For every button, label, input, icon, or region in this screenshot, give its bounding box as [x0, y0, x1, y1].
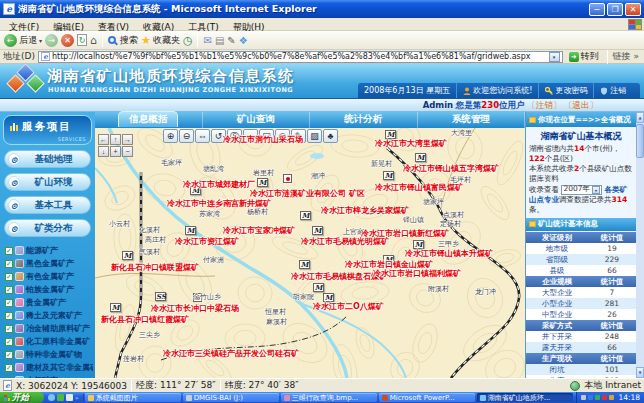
sidebar-button-矿类分布[interactable]: ⊙矿类分布 [4, 219, 91, 237]
pan-button[interactable]: ↑ [110, 134, 121, 145]
stop-button[interactable]: ✕ [61, 34, 74, 47]
sidebar-button-基本工具[interactable]: ⊙基本工具 [4, 196, 91, 214]
layer-item[interactable]: ✓贵金属矿产 [2, 296, 93, 309]
quick-launch-more-icon[interactable]: » [75, 394, 79, 401]
mine-marker: M [313, 283, 324, 292]
taskbar-button[interactable]: 系统截图图片 [85, 393, 181, 402]
tab-系统管理[interactable]: 系统管理 [418, 112, 526, 128]
menu-item[interactable]: 编辑(E) [46, 22, 91, 32]
maximize-button[interactable]: ❐ [607, 3, 623, 16]
taskbar-button[interactable]: Microsoft PowerP... [379, 393, 475, 402]
tray-app1-icon[interactable] [595, 395, 600, 400]
address-dropdown-icon[interactable]: ▾ [549, 52, 560, 62]
logout-text-link[interactable]: 〔注销〕 [527, 100, 561, 110]
sidebar-button-矿山环境[interactable]: ⊙矿山环境 [4, 173, 91, 191]
layer-item[interactable]: ✓黑色金属矿产 [2, 257, 93, 270]
layer-checkbox[interactable]: ✓ [5, 299, 13, 307]
mail-button[interactable]: ✉ [203, 34, 211, 47]
welcome-link[interactable]: 欢迎您访问系统! [457, 83, 539, 98]
back-dropdown-icon[interactable]: ▾ [39, 37, 42, 44]
pan-button[interactable]: ← [98, 134, 109, 145]
history-button[interactable]: ◷ [183, 34, 193, 47]
grid-icon [529, 221, 536, 227]
tray-app3-icon[interactable] [609, 395, 614, 400]
mine-marker: M [323, 293, 334, 302]
go-button[interactable]: ➜ 转到 [566, 50, 602, 63]
back-button[interactable]: ← 后退 ▾ [4, 34, 42, 47]
search-button[interactable]: 搜索 [108, 34, 138, 47]
edit-button[interactable]: ✎ [227, 34, 235, 47]
scroll-up-icon[interactable]: ▲ [636, 112, 644, 123]
exit-text-link[interactable]: 〔退出〕 [564, 100, 598, 110]
tab-信息概括[interactable]: 信息概括 [95, 112, 203, 128]
map-tool-zoom-in[interactable]: ⊕ [163, 129, 178, 143]
layer-item[interactable]: ✓能源矿产 [2, 244, 93, 257]
layer-checkbox[interactable]: ✓ [5, 260, 13, 268]
menu-item[interactable]: 帮助(H) [226, 22, 272, 32]
layer-checkbox[interactable]: ✓ [5, 351, 13, 359]
pan-button[interactable]: − [122, 146, 133, 157]
map-canvas[interactable]: ←↑→↓+− ⊕⊖⇔↺Ⓢ▭◱◎✎▨♣ MMMMMMMMMMMMMMMSS大湾里毛… [95, 128, 525, 378]
forward-button[interactable]: → [45, 34, 58, 47]
quick-launch-media-icon[interactable] [66, 394, 73, 401]
close-button[interactable]: ✕ [625, 3, 641, 16]
map-tool-legend[interactable]: ♣ [323, 129, 338, 143]
tray-display-icon[interactable] [588, 395, 593, 400]
menu-item[interactable]: 查看(V) [91, 22, 136, 32]
quick-launch-desktop-icon[interactable] [57, 394, 64, 401]
layer-checkbox[interactable]: ✓ [5, 338, 13, 346]
messenger-button[interactable]: ❖ [239, 34, 248, 47]
menu-item[interactable]: 工具(T) [181, 22, 226, 32]
layer-item[interactable]: ✓特种非金属矿物 [2, 348, 93, 361]
layer-item[interactable]: ✓有色金属矿产 [2, 270, 93, 283]
sidebar-button-基础地理[interactable]: ⊙基础地理 [4, 150, 91, 168]
map-tool-zoom-out[interactable]: ⊖ [179, 129, 194, 143]
pan-button[interactable]: ↓ [98, 146, 109, 157]
pan-button[interactable]: → [122, 134, 133, 145]
links-label[interactable]: 链接 » [613, 50, 641, 63]
layer-item[interactable]: ✓铂族金属矿产 [2, 283, 93, 296]
layer-item[interactable]: ✓冶金辅助原料矿产 [2, 322, 93, 335]
map-tool-clear[interactable]: ▨ [307, 129, 322, 143]
scroll-down-icon[interactable]: ▼ [636, 367, 644, 378]
vertical-scrollbar[interactable]: ▲ ▼ [636, 112, 644, 378]
layer-checkbox[interactable]: ✓ [5, 325, 13, 333]
map-tool-pan[interactable]: ⇔ [195, 129, 210, 143]
scrollbar-thumb[interactable] [636, 124, 644, 158]
print-button[interactable]: ▤ [215, 34, 224, 47]
pan-button[interactable]: + [110, 146, 121, 157]
layer-checkbox[interactable]: ✓ [5, 273, 13, 281]
menu-item[interactable]: 收藏(A) [136, 22, 181, 32]
logout-link[interactable]: 注销 [594, 83, 632, 98]
home-button[interactable]: ⌂ [90, 34, 97, 47]
address-input[interactable]: e http://localhost/%e7%9f%bf%e5%b1%b1%e5… [38, 51, 563, 63]
ie-document-icon: e [3, 3, 15, 15]
taskbar-button[interactable]: 湖南省矿山地质环... [477, 393, 573, 402]
tab-统计分析[interactable]: 统计分析 [310, 112, 418, 128]
taskbar-button[interactable]: DMGIS-BAI (J:) [183, 393, 279, 402]
favorites-button[interactable]: ★ 收藏夹 [141, 34, 180, 47]
refresh-button[interactable]: ↻ [77, 34, 87, 46]
place-name: 龙门冲 [475, 289, 496, 296]
mineral-type-icon [15, 311, 24, 320]
layer-checkbox[interactable]: ✓ [5, 286, 13, 294]
start-button[interactable]: 开始 [0, 392, 44, 403]
layer-item[interactable]: ✓建材及其它非金属矿物 [2, 361, 93, 374]
layer-checkbox[interactable]: ✓ [5, 247, 13, 255]
tray-printer-icon[interactable] [581, 395, 586, 400]
tray-app2-icon[interactable] [602, 395, 607, 400]
back-icon: ← [4, 34, 17, 47]
layer-item[interactable]: ✓稀土及元素矿产 [2, 309, 93, 322]
minimize-button[interactable]: ─ [589, 3, 605, 16]
quick-launch-ie-icon[interactable] [48, 394, 55, 401]
menu-item[interactable]: 文件(F) [2, 22, 46, 32]
address-url: http://localhost/%e7%9f%bf%e5%b1%b1%e5%9… [52, 52, 547, 61]
tab-矿山查询[interactable]: 矿山查询 [203, 112, 311, 128]
taskbar-button[interactable]: 三维行政查询.bmp... [281, 393, 377, 402]
image-icon [284, 395, 290, 401]
year-select[interactable]: 2007年▾ [561, 185, 602, 195]
layer-checkbox[interactable]: ✓ [5, 364, 13, 372]
change-password-link[interactable]: 更改密码 [539, 83, 594, 98]
layer-checkbox[interactable]: ✓ [5, 312, 13, 320]
layer-item[interactable]: ✓化工原料非金属矿 [2, 335, 93, 348]
